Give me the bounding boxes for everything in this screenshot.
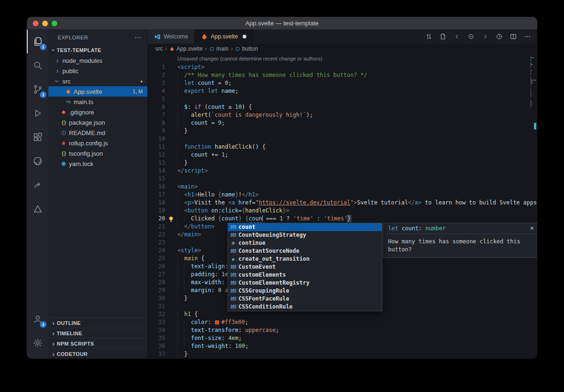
section-npm-scripts[interactable]: ›NPM SCRIPTS — [48, 338, 147, 348]
suggestion-ConstantSourceNode[interactable]: [@]ConstantSourceNode — [228, 247, 382, 255]
editor-group: WelcomeApp.svelte src›App.svelte›main›bu… — [148, 30, 537, 359]
tab-app-svelte[interactable]: App.svelte — [195, 30, 253, 44]
suggestion-create_out_transition[interactable]: ◆create_out_transition — [228, 255, 382, 263]
suggestion-CountQueuingStrategy[interactable]: [@]CountQueuingStrategy — [228, 231, 382, 239]
minimize-window-button[interactable] — [42, 21, 48, 26]
lightbulb-icon[interactable] — [168, 216, 175, 223]
activity-run-debug[interactable] — [27, 101, 48, 125]
token: name — [221, 191, 235, 198]
minimap-line — [530, 105, 532, 106]
file-App.svelte[interactable]: App.svelte1, M — [48, 86, 147, 97]
code-text: } — [177, 159, 188, 167]
activity-source-control[interactable]: 1 — [27, 77, 48, 101]
code-line: 7 alert(`count is dangerously high!`); — [148, 111, 537, 119]
breadcrumb-item-button[interactable]: button — [235, 45, 258, 52]
activity-live-share[interactable] — [27, 173, 48, 197]
folder-node_modules[interactable]: ›node_modules — [48, 55, 147, 66]
code-editor[interactable]: Unsaved changes (cannot determine recent… — [148, 54, 537, 359]
minimap-line — [530, 59, 531, 60]
code-text: <script> — [177, 63, 205, 71]
close-icon[interactable]: × — [530, 224, 534, 232]
navigate-back-icon[interactable] — [451, 30, 463, 43]
codelens-annotation[interactable]: Unsaved changes (cannot determine recent… — [148, 54, 537, 63]
breadcrumb-item-app-svelte[interactable]: App.svelte — [169, 45, 203, 52]
section-outline[interactable]: ›OUTLINE — [48, 317, 147, 328]
file-main.ts[interactable]: TSmain.ts — [48, 97, 147, 107]
file-label: rollup.config.js — [69, 140, 108, 147]
svelte-icon — [169, 46, 175, 52]
close-window-button[interactable] — [33, 21, 38, 26]
line-number: 2 — [148, 71, 177, 79]
activity-settings[interactable] — [27, 331, 48, 355]
file-.gitignore[interactable]: .gitignore — [48, 107, 147, 117]
compare-changes-icon[interactable] — [423, 30, 435, 43]
history-icon[interactable] — [493, 30, 505, 43]
suggestion-continue[interactable]: ≡continue — [228, 239, 382, 247]
code-line: 13 } — [148, 159, 537, 167]
suggestion-customElements[interactable]: [@]customElements — [228, 271, 382, 279]
minimap-line — [530, 92, 531, 93]
activity-search[interactable] — [27, 53, 48, 77]
token — [184, 120, 191, 126]
token: font-weight — [191, 343, 228, 349]
activity-explorer[interactable]: 1 — [27, 30, 48, 53]
suggestion-CustomElementRegistry[interactable]: [@]CustomElementRegistry — [228, 279, 382, 287]
token: handleClick — [214, 143, 252, 150]
line-number: 29 — [148, 286, 177, 294]
file-package.json[interactable]: {}package.json — [48, 117, 147, 128]
section-timeline[interactable]: ›TIMELINE — [48, 328, 147, 338]
suggestion-CustomEvent[interactable]: [@]CustomEvent — [228, 263, 382, 271]
folder-public[interactable]: ›public — [48, 66, 147, 76]
token: handleClick — [245, 207, 282, 214]
minimap[interactable] — [530, 55, 537, 107]
activity-extensions[interactable] — [27, 125, 48, 149]
minimap-line — [530, 94, 532, 95]
breadcrumb-item-src[interactable]: src — [155, 45, 163, 52]
suggestion-count[interactable]: [@]count — [228, 223, 382, 231]
token: ); — [306, 112, 313, 118]
minimap-line — [530, 88, 531, 89]
code-text: /** How many times has someone clicked t… — [177, 71, 367, 79]
token: === — [263, 215, 280, 222]
section-codetour[interactable]: ›CODETOUR — [48, 348, 147, 359]
git-status-badge: 1, M — [133, 89, 143, 94]
code-line: 37 } — [148, 350, 537, 358]
tab-welcome[interactable]: Welcome — [148, 30, 195, 44]
suggestion-CSSConditionRule[interactable]: [@]CSSConditionRule — [228, 303, 382, 311]
zoom-window-button[interactable] — [52, 21, 57, 26]
vscode-window: App.svelte — test-template 11 1 EXPLORER… — [27, 17, 537, 359]
token: Clicked — [191, 215, 218, 222]
breadcrumb-label: main — [216, 45, 229, 52]
more-actions-icon[interactable] — [521, 30, 534, 43]
suggestion-kind-icon: ≡ — [228, 239, 238, 247]
token: main — [184, 231, 198, 238]
suggestion-kind-icon: [@] — [228, 271, 238, 279]
symbol-icon — [209, 46, 214, 52]
activity-github[interactable] — [27, 149, 48, 173]
file-README.md[interactable]: README.md — [48, 128, 147, 138]
token — [177, 311, 184, 317]
file-tsconfig.json[interactable]: {}tsconfig.json — [48, 148, 147, 158]
activity-account[interactable]: 1 — [27, 307, 48, 331]
more-actions-icon[interactable]: ⋯ — [134, 33, 142, 42]
split-editor-icon[interactable] — [507, 30, 519, 43]
file-rollup.config.js[interactable]: rollup.config.js — [48, 138, 147, 148]
token: on:click — [211, 207, 238, 214]
suggestion-CSSGroupingRule[interactable]: [@]CSSGroupingRule — [228, 287, 382, 295]
code-line: 36 font-weight: 100; — [148, 342, 537, 350]
folder-src[interactable]: ›src● — [48, 76, 147, 86]
breadcrumb-item-main[interactable]: main — [209, 45, 229, 52]
workspace-section-header[interactable]: › TEST-TEMPLATE — [48, 45, 147, 55]
open-file-icon[interactable] — [437, 30, 449, 43]
code-text: padding: 1em; — [177, 271, 235, 279]
token: ( — [201, 104, 208, 110]
navigate-forward-icon[interactable] — [479, 30, 491, 43]
file-yarn.lock[interactable]: yarn.lock — [48, 158, 147, 169]
token — [184, 112, 191, 118]
record-icon[interactable] — [465, 30, 477, 43]
token — [177, 112, 184, 118]
line-number: 6 — [148, 103, 177, 111]
activity-azure[interactable] — [27, 197, 48, 221]
suggestion-CSSFontFaceRule[interactable]: [@]CSSFontFaceRule — [228, 295, 382, 303]
chevron-right-icon: › — [50, 350, 57, 358]
